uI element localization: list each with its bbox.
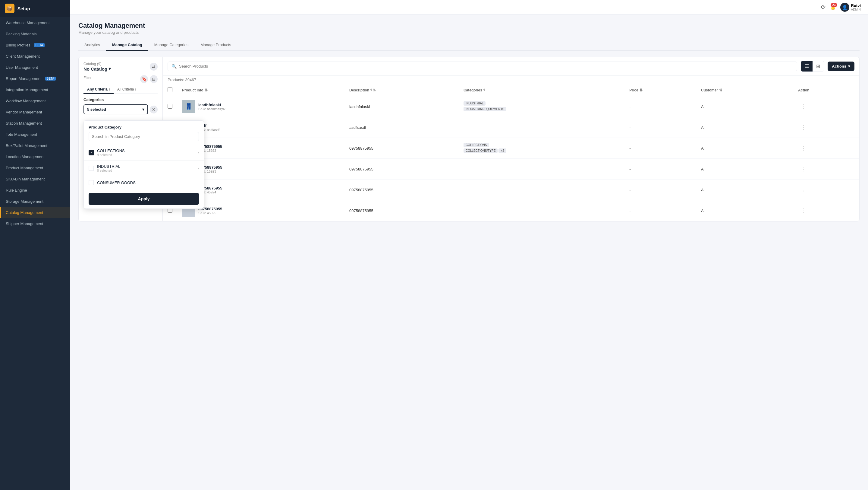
product-description: 09758875955 xyxy=(349,208,373,213)
tab-manage-categories[interactable]: Manage Categories xyxy=(148,39,194,51)
swap-icon-btn[interactable]: ⇄ xyxy=(150,63,158,70)
sidebar-item-skubin[interactable]: SKU-Bin Management xyxy=(0,173,70,185)
sidebar-item-label: Shipper Management xyxy=(6,222,43,226)
sidebar-item-label: Rule Engine xyxy=(6,188,27,193)
tab-manage-products[interactable]: Manage Products xyxy=(194,39,237,51)
table-row: 09758875955 SKU: 15922 09758875955COLLEC… xyxy=(163,138,859,159)
product-description-td: 09758875955 xyxy=(344,179,459,200)
chevron-down-icon-2: ▾ xyxy=(142,107,144,112)
product-more-menu-btn[interactable]: ⋮ xyxy=(798,185,808,194)
categories-select[interactable]: 5 selected ▾ xyxy=(84,105,148,114)
row-checkbox-td xyxy=(163,96,177,117)
dropdown-items-list: ✓ COLLECTIONS 4 selected › INDUSTRIAL xyxy=(84,144,204,189)
product-description-td: 09758875955 xyxy=(344,159,459,179)
sidebar-item-catalog[interactable]: Catalog Management xyxy=(0,207,70,218)
actions-button[interactable]: Actions ▾ xyxy=(828,62,855,71)
filter-tabs: Any Criteria ℹ All Criteria ℹ xyxy=(84,85,158,94)
bookmark-icon-btn[interactable]: 🔖 xyxy=(140,75,148,83)
dropdown-item-industrial[interactable]: INDUSTRIAL 0 selected › xyxy=(84,161,204,176)
user-menu[interactable]: 👤 Rutvi ADMIN xyxy=(840,3,861,12)
tab-analytics[interactable]: Analytics xyxy=(79,39,106,51)
collections-checkbox[interactable]: ✓ xyxy=(89,150,94,155)
sidebar-item-warehouse[interactable]: Warehouse Management xyxy=(0,17,70,28)
clear-categories-btn[interactable]: ✕ xyxy=(150,106,158,113)
sidebar-item-label: Station Management xyxy=(6,121,42,125)
sidebar-item-packing[interactable]: Packing Materials xyxy=(0,28,70,39)
sidebar-item-label: Client Management xyxy=(6,54,40,59)
sidebar-item-product[interactable]: Product Management xyxy=(0,162,70,173)
notifications-bell[interactable]: 🔔 23 xyxy=(830,5,835,10)
product-more-menu-btn[interactable]: ⋮ xyxy=(798,102,808,111)
select-all-checkbox[interactable] xyxy=(167,87,173,92)
product-price-td: - xyxy=(624,138,696,159)
page-tabs: Analytics Manage Catalog Manage Categori… xyxy=(79,39,860,51)
sidebar-item-tote[interactable]: Tote Management xyxy=(0,129,70,140)
sidebar-item-box[interactable]: Box/Pallet Management xyxy=(0,140,70,151)
product-customer: All xyxy=(701,146,705,150)
consumer-goods-checkbox[interactable] xyxy=(89,180,94,185)
product-categories-td: INDUSTRIALINDUSTRIAL/EQUIPMENTS xyxy=(459,96,624,117)
list-view-btn[interactable]: ☰ xyxy=(801,61,812,71)
sidebar-item-station[interactable]: Station Management xyxy=(0,118,70,129)
product-description: lasdhfnlaskf xyxy=(349,105,370,109)
filter-tab-any-criteria[interactable]: Any Criteria ℹ xyxy=(84,85,114,94)
product-categories-td xyxy=(459,117,624,138)
sidebar-item-location[interactable]: Location Management xyxy=(0,151,70,162)
category-badge: COLLECTIONS/TYPE xyxy=(464,148,498,153)
product-more-menu-btn[interactable]: ⋮ xyxy=(798,206,808,215)
sidebar-item-report[interactable]: Report ManagementBETA xyxy=(0,73,70,84)
user-name: Rutvi xyxy=(851,3,861,8)
product-action-td: ⋮ xyxy=(793,96,859,117)
product-search-input[interactable] xyxy=(179,64,793,68)
product-more-menu-btn[interactable]: ⋮ xyxy=(798,165,808,173)
sidebar-item-label: User Management xyxy=(6,65,38,70)
main-content: Catalog Management Manage your catalog a… xyxy=(70,15,868,490)
product-customer: All xyxy=(701,167,705,171)
sidebar-item-storage[interactable]: Storage Management xyxy=(0,196,70,207)
product-customer-td: All xyxy=(696,117,793,138)
tab-manage-catalog[interactable]: Manage Catalog xyxy=(106,39,148,51)
apply-button[interactable]: Apply xyxy=(89,193,199,205)
product-price: - xyxy=(629,105,630,109)
product-more-menu-btn[interactable]: ⋮ xyxy=(798,144,808,153)
sidebar-item-billing[interactable]: Billing ProfilesBETA xyxy=(0,39,70,51)
sidebar-item-label: Integration Management xyxy=(6,87,48,92)
filter-tab-all-criteria[interactable]: All Criteria ℹ xyxy=(114,85,140,94)
sort-icon-price: ⇅ xyxy=(640,88,643,92)
sidebar-item-vendor[interactable]: Vendor Management xyxy=(0,107,70,118)
th-description: Description ℹ ⇅ xyxy=(344,84,459,96)
right-panel: 🔍 ☰ ⊞ Actions ▾ Products: 39467 xyxy=(163,57,860,222)
industrial-sub: 0 selected xyxy=(97,169,198,172)
grid-view-btn[interactable]: ⊞ xyxy=(812,61,824,71)
sidebar-item-label: Vendor Management xyxy=(6,110,42,114)
sidebar-item-client[interactable]: Client Management xyxy=(0,51,70,62)
industrial-checkbox[interactable] xyxy=(89,166,94,171)
sidebar-item-integration[interactable]: Integration Management xyxy=(0,84,70,95)
product-customer-td: All xyxy=(696,138,793,159)
product-description: 09758875955 xyxy=(349,188,373,192)
catalog-name[interactable]: No Catalog ▾ xyxy=(84,66,111,71)
product-description-td: lasdhfnlaskf xyxy=(344,96,459,117)
catalog-area: Catalog (9) No Catalog ▾ ⇄ Filter xyxy=(79,57,860,222)
filter-section: Filter 🔖 ⊟ Any Criteria ℹ All Criteria xyxy=(84,75,158,114)
sidebar-item-rule[interactable]: Rule Engine xyxy=(0,185,70,196)
dropdown-item-collections[interactable]: ✓ COLLECTIONS 4 selected › xyxy=(84,145,204,161)
dropdown-item-consumer-goods[interactable]: CONSUMER GOODS xyxy=(84,176,204,189)
refresh-icon[interactable]: ⟳ xyxy=(821,4,826,10)
dropdown-title: Product Category xyxy=(84,121,204,132)
page-title: Catalog Management xyxy=(79,22,860,30)
sidebar-item-shipper[interactable]: Shipper Management xyxy=(0,218,70,229)
sidebar-item-workflow[interactable]: Workflow Management xyxy=(0,95,70,107)
product-customer: All xyxy=(701,188,705,192)
products-count: Products: 39467 xyxy=(163,76,859,84)
consumer-goods-label: CONSUMER GOODS xyxy=(97,180,199,185)
th-customer: Customer ⇅ xyxy=(696,84,793,96)
sidebar-item-user[interactable]: User Management xyxy=(0,62,70,73)
product-search-box: 🔍 xyxy=(167,62,797,71)
row-checkbox[interactable] xyxy=(167,104,173,109)
filter-icon-btn[interactable]: ⊟ xyxy=(150,75,158,83)
product-more-menu-btn[interactable]: ⋮ xyxy=(798,123,808,132)
main-area: ⟳ 🔔 23 👤 Rutvi ADMIN Catalog Management … xyxy=(70,0,868,490)
category-search-input[interactable] xyxy=(89,132,199,141)
products-toolbar: 🔍 ☰ ⊞ Actions ▾ xyxy=(163,57,859,76)
